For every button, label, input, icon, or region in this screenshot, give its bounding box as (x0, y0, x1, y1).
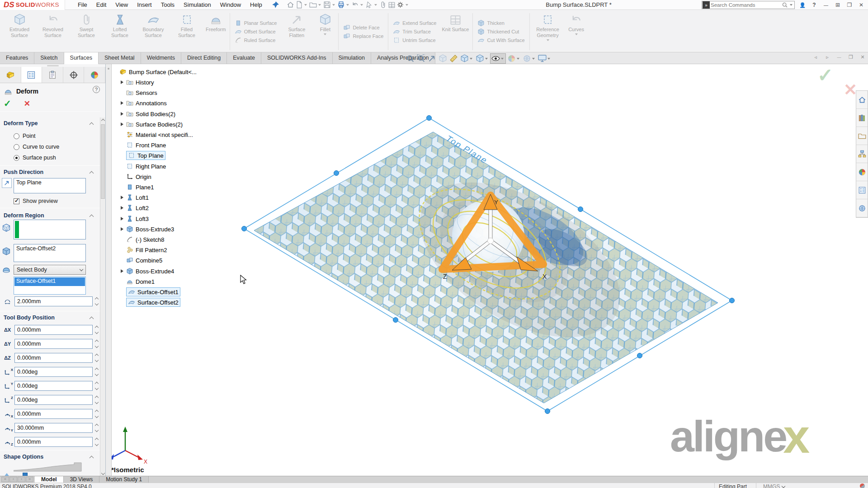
restore-button[interactable] (844, 2, 855, 8)
untrim-surface-button[interactable]: Untrim Surface (393, 37, 436, 44)
view-orientation-button[interactable] (459, 54, 474, 63)
target-body-field[interactable]: Surface-Offset2 (14, 244, 86, 262)
menu-window[interactable]: Window (216, 0, 245, 9)
rebuild-icon[interactable] (388, 1, 396, 9)
print-dropdown-icon[interactable] (346, 4, 349, 6)
spin-down-icon[interactable] (95, 372, 99, 376)
tree-item-right-plane[interactable]: Right Plane (119, 161, 166, 171)
boundary-surface-button[interactable]: Boundary Surface (137, 12, 170, 51)
print-icon[interactable] (337, 1, 345, 9)
undo-icon[interactable] (351, 1, 359, 9)
spin-down-icon[interactable] (95, 358, 99, 362)
expand-arrow-icon[interactable] (119, 100, 125, 106)
spin-down-icon[interactable] (95, 428, 99, 432)
fillet-button[interactable]: Fillet (313, 12, 337, 51)
scene-dropdown-icon[interactable] (532, 58, 535, 60)
tab-property-manager[interactable] (21, 67, 42, 83)
expand-arrow-icon[interactable] (119, 80, 125, 85)
panel-splitter[interactable] (106, 64, 112, 476)
minimize-button[interactable] (820, 2, 832, 8)
triad-origin-handle[interactable] (488, 238, 494, 244)
tree-item-boss-extrude4[interactable]: Boss-Extrude4 (119, 266, 174, 276)
open-dropdown-icon[interactable] (318, 4, 321, 6)
view-settings-button[interactable] (537, 54, 552, 63)
options-dropdown-icon[interactable] (406, 4, 408, 6)
tree-item-top-plane[interactable]: Top Plane (119, 150, 165, 160)
spin-up-icon[interactable] (95, 326, 99, 329)
tab-weldments[interactable]: Weldments (141, 52, 181, 64)
replace-face-button[interactable]: Replace Face (343, 33, 383, 40)
cancel-button[interactable] (24, 99, 30, 108)
cut-with-surface-button[interactable]: Cut With Surface (477, 37, 524, 44)
curves-button[interactable]: Curves (565, 12, 588, 51)
push-direction-group-header[interactable]: Push Direction (4, 168, 93, 176)
section-view-button[interactable] (438, 54, 448, 63)
offset-surface-button[interactable]: Offset Surface (235, 28, 277, 35)
thicken-button[interactable]: Thicken (477, 19, 524, 27)
tab-direct-editing[interactable]: Direct Editing (181, 52, 227, 64)
previous-view-button[interactable] (427, 54, 437, 63)
scroll-up-icon[interactable] (100, 117, 105, 123)
lofted-surface-button[interactable]: Lofted Surface (103, 12, 137, 51)
deviation-input[interactable]: 2.000mm (14, 296, 93, 306)
spin-up-icon[interactable] (95, 438, 99, 441)
tree-item-sensors[interactable]: Sensors (119, 88, 157, 98)
spin-up-icon[interactable] (95, 396, 99, 399)
back-arrow-icon[interactable] (812, 54, 819, 60)
tab-model[interactable]: Model (35, 476, 64, 483)
rotate-origin-z-input[interactable]: 0.000mm (14, 437, 93, 447)
freeform-button[interactable]: Freeform (203, 12, 228, 51)
select-icon[interactable] (365, 1, 373, 9)
tab-surfaces[interactable]: Surfaces (64, 52, 99, 64)
prev-tab-icon[interactable]: ‹ (9, 477, 17, 482)
tree-item-history[interactable]: History (119, 77, 154, 87)
planar-surface-button[interactable]: Planar Surface (235, 19, 277, 27)
tab-sheet-metal[interactable]: Sheet Metal (99, 52, 141, 64)
home-icon[interactable] (287, 1, 294, 9)
tree-item-front-plane[interactable]: Front Plane (119, 140, 166, 150)
thickened-cut-button[interactable]: Thickened Cut (477, 28, 524, 35)
tab-simulation[interactable]: Simulation (333, 52, 371, 64)
select-dropdown-icon[interactable] (374, 4, 377, 6)
spin-up-icon[interactable] (95, 410, 99, 413)
shape-options-group-header[interactable]: Shape Options (4, 453, 93, 461)
bodies-to-deform-field[interactable] (14, 220, 86, 239)
save-icon[interactable] (323, 1, 331, 9)
selected-tool-body[interactable]: Surface-Offset1 (14, 277, 85, 286)
attachment-icon[interactable] (379, 1, 387, 9)
tree-item-material[interactable]: Material <not specifi... (119, 130, 193, 140)
delta-x-input[interactable]: 0.000mm (14, 325, 93, 335)
spin-up-icon[interactable] (95, 297, 99, 301)
delta-y-input[interactable]: 0.000mm (14, 339, 93, 349)
tree-item-solid-bodies[interactable]: Solid Bodies(2) (119, 109, 175, 119)
knit-surface-button[interactable]: Knit Surface (439, 12, 471, 51)
delta-z-input[interactable]: 0.000mm (14, 353, 93, 363)
tree-item-combine5[interactable]: Combine5 (119, 255, 162, 265)
plane-handle[interactable] (393, 318, 398, 323)
display-style-button[interactable] (475, 54, 490, 63)
ruled-surface-button[interactable]: Ruled Surface (235, 37, 277, 44)
undo-dropdown-icon[interactable] (360, 4, 363, 6)
home-tab[interactable] (856, 91, 868, 109)
tree-item-plane1[interactable]: Plane1 (119, 182, 154, 192)
tree-item-fill-pattern2[interactable]: Fill Pattern2 (119, 245, 167, 255)
tool-body-position-group-header[interactable]: Tool Body Position (4, 314, 93, 322)
revolved-surface-button[interactable]: Revolved Surface (36, 12, 70, 51)
curves-dropdown-icon[interactable] (575, 33, 578, 35)
design-library-tab[interactable] (856, 145, 868, 163)
tree-item-sketch8[interactable]: (-) Sketch8 (119, 235, 165, 244)
doc-restore-icon[interactable] (847, 54, 854, 60)
tab-features[interactable]: Features (0, 52, 34, 64)
expand-arrow-icon[interactable] (119, 122, 125, 127)
login-user-icon[interactable] (797, 2, 808, 8)
search-input[interactable] (711, 2, 782, 8)
menu-insert[interactable]: Insert (132, 0, 156, 9)
tool-body-dropdown[interactable]: Select Body (14, 265, 86, 275)
spin-down-icon[interactable] (95, 400, 99, 404)
expand-button[interactable] (832, 2, 844, 8)
custom-properties-tab[interactable] (856, 181, 868, 199)
reverse-direction-button[interactable] (2, 178, 12, 188)
radio-point[interactable]: Point (14, 132, 36, 140)
spin-down-icon[interactable] (95, 386, 99, 390)
menu-edit[interactable]: Edit (92, 0, 111, 9)
